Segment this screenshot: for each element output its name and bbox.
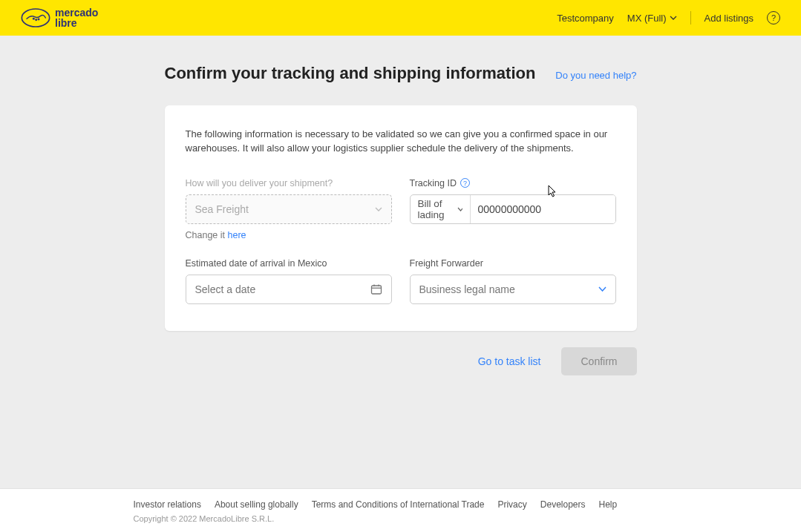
chevron-down-icon [598, 286, 607, 292]
footer-link[interactable]: Privacy [497, 499, 526, 510]
tracking-field: Tracking ID ? Bill of lading [410, 178, 616, 240]
form-card: The following information is necessary t… [165, 105, 637, 331]
help-icon[interactable]: ? [767, 11, 780, 24]
brand-logo[interactable]: mercado libre [21, 7, 98, 28]
copyright-text: Copyright © 2022 MercadoLibre S.R.L. [134, 514, 668, 523]
tracking-id-input[interactable] [471, 195, 615, 223]
eta-label: Estimated date of arrival in Mexico [186, 258, 392, 269]
need-help-link[interactable]: Do you need help? [555, 70, 636, 81]
svg-point-3 [38, 19, 40, 21]
chevron-down-icon [670, 16, 677, 20]
footer-link[interactable]: Developers [540, 499, 586, 510]
eta-field: Estimated date of arrival in Mexico Sele… [186, 258, 392, 304]
svg-point-2 [35, 19, 37, 21]
action-row: Go to task list Confirm [165, 347, 637, 375]
delivery-label: How will you deliver your shipment? [186, 178, 392, 188]
main-content: Confirm your tracking and shipping infor… [165, 36, 637, 375]
page-footer: Investor relations About selling globall… [0, 488, 801, 532]
page-title: Confirm your tracking and shipping infor… [165, 64, 536, 83]
calendar-icon [370, 283, 382, 295]
tracking-type-select[interactable]: Bill of lading [411, 195, 471, 223]
divider [690, 11, 691, 24]
footer-link[interactable]: Terms and Conditions of International Tr… [312, 499, 485, 510]
delivery-field: How will you deliver your shipment? Sea … [186, 178, 392, 240]
tracking-control: Bill of lading [410, 194, 616, 224]
chevron-down-icon [375, 207, 382, 211]
app-header: mercado libre Testcompany MX (Full) Add … [0, 0, 801, 36]
change-delivery-text: Change it here [186, 230, 392, 240]
confirm-button[interactable]: Confirm [561, 347, 636, 375]
eta-date-input[interactable]: Select a date [186, 275, 392, 304]
change-here-link[interactable]: here [227, 230, 246, 240]
brand-text: mercado libre [55, 7, 98, 28]
ff-label: Freight Forwarder [410, 258, 616, 269]
footer-link[interactable]: Help [599, 499, 618, 510]
freight-forwarder-select[interactable]: Business legal name [410, 275, 616, 304]
info-icon[interactable]: ? [460, 178, 470, 188]
intro-text: The following information is necessary t… [186, 128, 616, 156]
company-name[interactable]: Testcompany [557, 13, 614, 24]
svg-rect-4 [371, 286, 381, 294]
go-to-task-list-link[interactable]: Go to task list [478, 355, 541, 367]
chevron-down-icon [457, 207, 462, 211]
add-listings-link[interactable]: Add listings [704, 13, 753, 24]
region-selector[interactable]: MX (Full) [627, 13, 677, 24]
footer-links: Investor relations About selling globall… [134, 499, 668, 510]
delivery-select: Sea Freight [186, 194, 392, 224]
svg-point-1 [33, 18, 35, 20]
footer-link[interactable]: Investor relations [134, 499, 201, 510]
handshake-icon [21, 7, 50, 28]
tracking-label: Tracking ID ? [410, 178, 616, 188]
freight-forwarder-field: Freight Forwarder Business legal name [410, 258, 616, 304]
footer-link[interactable]: About selling globally [215, 499, 298, 510]
